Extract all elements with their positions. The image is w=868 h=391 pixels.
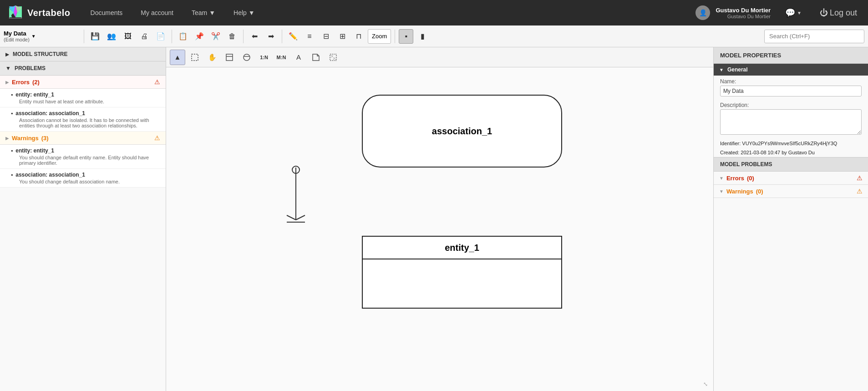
print-btn[interactable]: 🖨: [137, 29, 152, 44]
undo-btn[interactable]: ⬅: [247, 29, 262, 44]
general-section-header[interactable]: ▼ General: [714, 64, 868, 76]
align-left-btn[interactable]: ≡: [302, 29, 317, 44]
model-structure-header[interactable]: ▶ MODEL STRUCTURE: [0, 47, 166, 61]
hatching-tool-btn[interactable]: [325, 50, 341, 65]
save-btn[interactable]: 💾: [88, 29, 102, 44]
user-info: Gustavo Du Mortier Gustavo Du Mortier: [716, 7, 771, 19]
errors-label: Errors: [12, 79, 30, 86]
description-textarea[interactable]: [720, 109, 862, 135]
name-input[interactable]: [720, 86, 862, 96]
mp-errors-label: Errors: [726, 175, 744, 182]
description-prop-row: Description:: [714, 99, 868, 139]
chat-icon: 💬: [785, 8, 795, 18]
identifier-label: Identifier:: [720, 141, 741, 146]
warning-item-entity[interactable]: ▪ entity: entity_1 You should change def…: [0, 145, 166, 169]
error-assoc-desc: Association cannot be isolated. It has t…: [11, 117, 160, 128]
nav-team[interactable]: Team ▼: [188, 7, 219, 18]
nav-help[interactable]: Help ▼: [230, 7, 259, 18]
mp-warnings-icon: ⚠: [857, 188, 863, 195]
errors-group-header[interactable]: ▶ Errors (2) ⚠: [0, 76, 166, 89]
general-label: General: [727, 66, 748, 73]
toolbar-separator-3: [243, 30, 244, 43]
redo-btn[interactable]: ➡: [264, 29, 278, 44]
delete-btn[interactable]: 🗑: [225, 29, 239, 44]
nav-team-label: Team: [192, 9, 207, 16]
warning-entity-title: entity: entity_1: [15, 147, 54, 154]
chat-icon-btn[interactable]: 💬 ▼: [782, 6, 805, 20]
distribute-h-btn[interactable]: ⊞: [335, 29, 350, 44]
warning-item-association[interactable]: ▪ association: association_1 You should …: [0, 169, 166, 188]
paste-btn[interactable]: 📌: [192, 29, 207, 44]
note-tool-btn[interactable]: [308, 50, 324, 65]
error-item-entity[interactable]: ▪ entity: entity_1 Entity must have at l…: [0, 89, 166, 107]
edit-btn[interactable]: ✏️: [286, 29, 300, 44]
entity-icon-4: ▪: [11, 172, 13, 178]
one-to-one-btn[interactable]: 1:N: [256, 50, 272, 65]
resize-btn[interactable]: ⊓: [351, 29, 366, 44]
top-navigation: Vertabelo Documents My account Team ▼ He…: [0, 0, 868, 25]
problems-header[interactable]: ▼ PROBLEMS: [0, 61, 166, 76]
view-tool-btn[interactable]: [239, 50, 254, 65]
table-tool-btn[interactable]: [222, 50, 237, 65]
logo-icon: [7, 5, 24, 21]
doc-btn[interactable]: 📄: [153, 29, 168, 44]
main-layout: ▶ MODEL STRUCTURE ▼ PROBLEMS ▶ Errors (2…: [0, 47, 868, 391]
view-mode-1-btn[interactable]: ▪: [399, 29, 413, 44]
align-right-btn[interactable]: ⊟: [319, 29, 333, 44]
nav-documents[interactable]: Documents: [87, 7, 127, 18]
diagram-toolbar: ▲ ✋ 1:N M:N A: [166, 47, 713, 67]
association-entity[interactable]: association_1: [362, 95, 562, 168]
general-arrow: ▼: [719, 67, 724, 72]
doc-mode: (Edit mode): [4, 37, 30, 42]
warnings-expand-arrow: ▶: [5, 136, 9, 141]
user-name-sub: Gustavo Du Mortier: [727, 14, 771, 19]
error-entity-title: entity: entity_1: [15, 91, 54, 98]
problems-arrow: ▼: [5, 65, 11, 71]
search-input[interactable]: [764, 30, 864, 43]
logout-btn[interactable]: ⏻ Log out: [816, 6, 861, 20]
mp-errors-count: (0): [747, 175, 754, 182]
warning-assoc-desc: You should change default association na…: [11, 179, 160, 184]
entity-icon-3: ▪: [11, 147, 13, 154]
scissors-btn[interactable]: ✂️: [208, 29, 223, 44]
logo-area[interactable]: Vertabelo: [7, 5, 71, 21]
model-properties-header: MODEL PROPERTIES: [714, 47, 868, 64]
pan-tool-btn[interactable]: ✋: [204, 50, 220, 65]
mp-warnings-expand-arrow: ▼: [719, 189, 724, 194]
model-structure-arrow: ▶: [5, 52, 9, 57]
created-value: 2021-03-08 10:47 by Gustavo Du: [741, 150, 815, 155]
logout-label: Log out: [830, 8, 857, 18]
many-to-many-btn[interactable]: M:N: [274, 50, 289, 65]
toolbar-separator-1: [84, 30, 84, 43]
share-btn[interactable]: 👥: [104, 29, 119, 44]
entity-icon-2: ▪: [11, 110, 13, 117]
doc-dropdown-arrow[interactable]: ▼: [31, 34, 36, 39]
image-btn[interactable]: 🖼: [121, 29, 135, 44]
mp-errors-expand-arrow: ▼: [719, 176, 724, 181]
warnings-group-header[interactable]: ▶ Warnings (3) ⚠: [0, 132, 166, 145]
entity-icon-1: ▪: [11, 91, 13, 98]
mp-warnings-group[interactable]: ▼ Warnings (0) ⚠: [714, 185, 868, 198]
user-name-main: Gustavo Du Mortier: [716, 7, 771, 14]
nav-my-account[interactable]: My account: [137, 7, 177, 18]
entity-table[interactable]: entity_1: [362, 236, 562, 309]
text-tool-btn[interactable]: A: [291, 50, 306, 65]
hatching-icon: [329, 53, 337, 61]
model-properties-label: MODEL PROPERTIES: [720, 52, 781, 59]
warning-entity-desc: You should change default entity name. E…: [11, 155, 160, 166]
cursor-tool-btn[interactable]: ▲: [170, 50, 185, 65]
zoom-label: Zoom: [372, 33, 387, 40]
zoom-btn[interactable]: Zoom: [368, 29, 391, 44]
canvas-resize-handle[interactable]: ⤡: [703, 381, 710, 387]
svg-line-19: [296, 215, 305, 220]
diagram-canvas[interactable]: association_1 entity_1 ⤡: [166, 67, 713, 391]
view-mode-2-btn[interactable]: ▮: [415, 29, 430, 44]
error-item-association[interactable]: ▪ association: association_1 Association…: [0, 107, 166, 132]
svg-rect-7: [226, 54, 233, 61]
mp-errors-group[interactable]: ▼ Errors (0) ⚠: [714, 172, 868, 185]
errors-count: (2): [32, 79, 40, 86]
copy-btn[interactable]: 📋: [176, 29, 190, 44]
entity-header: entity_1: [363, 237, 561, 259]
area-select-tool-btn[interactable]: [187, 50, 203, 65]
svg-rect-9: [244, 54, 250, 61]
